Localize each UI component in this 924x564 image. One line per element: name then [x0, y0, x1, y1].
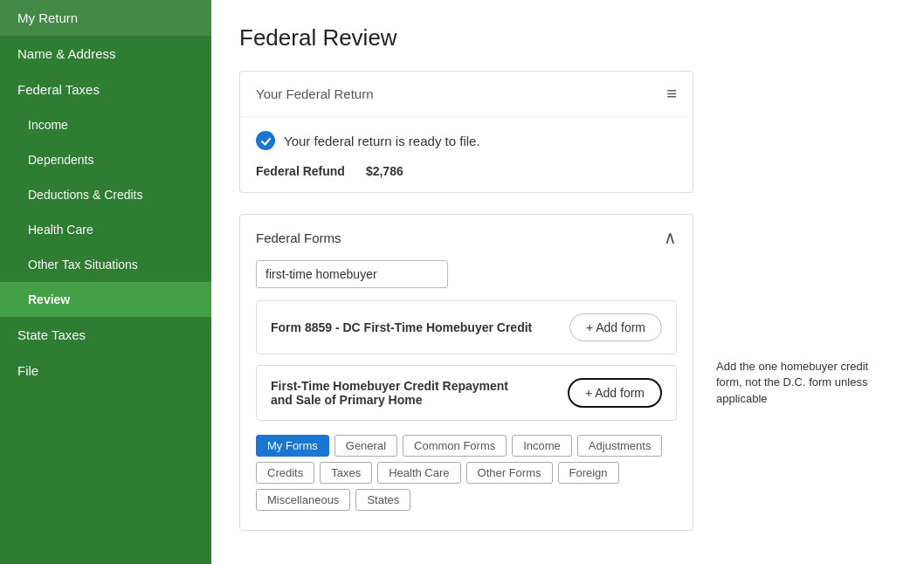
sidebar-item-file[interactable]: File [0, 353, 211, 389]
tag-states[interactable]: States [355, 489, 410, 511]
tag-taxes[interactable]: Taxes [320, 462, 372, 484]
sidebar-item-dependents[interactable]: Dependents [0, 142, 211, 177]
search-input[interactable] [256, 260, 448, 288]
form-row-firsttime-repayment: First-Time Homebuyer Credit Repayment an… [256, 365, 677, 421]
status-row: Your federal return is ready to file. [256, 131, 677, 150]
collapse-icon[interactable]: ∧ [664, 227, 677, 248]
hamburger-icon[interactable]: ≡ [666, 84, 677, 104]
sidebar: My ReturnName & AddressFederal TaxesInco… [0, 0, 211, 564]
tag-miscellaneous[interactable]: Miscellaneous [256, 489, 350, 511]
main-content: Federal Review Your Federal Return ≡ You… [211, 0, 924, 564]
sidebar-item-review[interactable]: Review [0, 282, 211, 317]
refund-row: Federal Refund $2,786 [256, 161, 677, 178]
tag-common-forms[interactable]: Common Forms [403, 435, 507, 457]
form-8859-name: Form 8859 - DC First-Time Homebuyer Cred… [271, 320, 532, 334]
form-row-8859: Form 8859 - DC First-Time Homebuyer Cred… [256, 300, 677, 354]
sidebar-item-name-address[interactable]: Name & Address [0, 36, 211, 72]
tag-health-care[interactable]: Health Care [377, 462, 460, 484]
federal-return-card-title: Your Federal Return [256, 86, 374, 101]
tag-adjustments[interactable]: Adjustments [577, 435, 663, 457]
federal-return-card: Your Federal Return ≡ Your federal retur… [239, 71, 693, 193]
sidebar-item-income[interactable]: Income [0, 107, 211, 142]
tag-foreign[interactable]: Foreign [558, 462, 619, 484]
tags-section: My FormsGeneralCommon FormsIncomeAdjustm… [240, 431, 693, 530]
check-circle-icon [256, 131, 275, 150]
federal-forms-card-title: Federal Forms [256, 230, 341, 245]
page-title: Federal Review [239, 24, 896, 52]
form-firsttime-name: First-Time Homebuyer Credit Repayment an… [271, 379, 533, 407]
sidebar-item-state-taxes[interactable]: State Taxes [0, 317, 211, 353]
sidebar-item-deductions-credits[interactable]: Deductions & Credits [0, 177, 211, 212]
refund-label: Federal Refund [256, 164, 345, 178]
federal-forms-card-header: Federal Forms ∧ [240, 215, 693, 260]
refund-amount: $2,786 [366, 164, 403, 178]
sidebar-item-health-care[interactable]: Health Care [0, 212, 211, 247]
tag-general[interactable]: General [334, 435, 397, 457]
status-text: Your federal return is ready to file. [284, 134, 480, 148]
federal-forms-card: Federal Forms ∧ Form 8859 - DC First-Tim… [239, 214, 693, 531]
search-box [256, 260, 677, 288]
add-form-8859-button[interactable]: + Add form [569, 313, 662, 341]
add-form-firsttime-button[interactable]: + Add form [568, 378, 662, 408]
sidebar-item-my-return[interactable]: My Return [0, 0, 211, 36]
tag-my-forms[interactable]: My Forms [256, 435, 329, 457]
sidebar-item-other-tax-situations[interactable]: Other Tax Situations [0, 247, 211, 282]
federal-return-card-header: Your Federal Return ≡ [240, 72, 693, 117]
tag-income[interactable]: Income [512, 435, 572, 457]
sidebar-item-federal-taxes[interactable]: Federal Taxes [0, 72, 211, 107]
tag-other-forms[interactable]: Other Forms [466, 462, 553, 484]
tag-credits[interactable]: Credits [256, 462, 314, 484]
annotation-text: Add the one homebuyer credit form, not t… [716, 359, 891, 407]
federal-return-card-body: Your federal return is ready to file. Fe… [240, 117, 693, 192]
